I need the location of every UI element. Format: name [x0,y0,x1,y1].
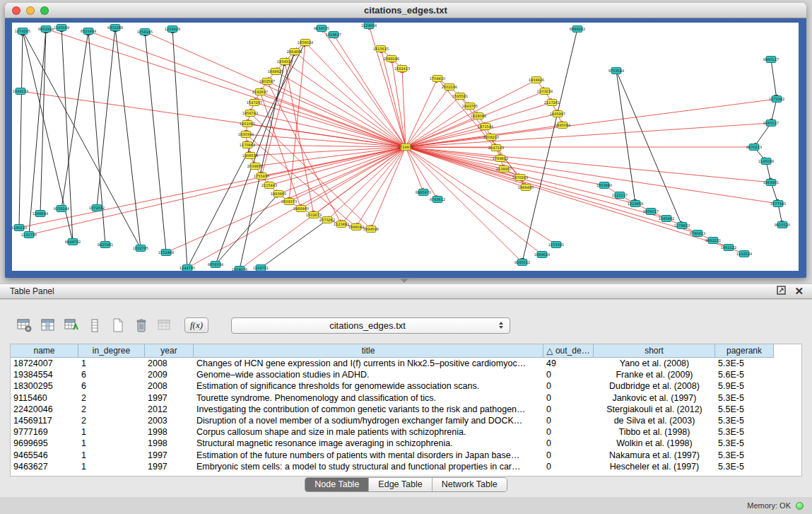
memory-status-indicator[interactable] [796,502,804,510]
graph-node[interactable]: 8898202 [570,26,585,33]
graph-node[interactable]: 1019637 [326,32,341,38]
graph-node[interactable]: 1894596 [363,226,379,233]
graph-edge[interactable] [771,59,777,99]
graph-node[interactable]: 8985970 [416,189,431,196]
column-header-title[interactable]: title [194,344,543,358]
graph-node[interactable]: 1032705 [133,245,148,252]
graph-edge[interactable] [250,147,406,156]
graph-node[interactable]: 1934926 [529,77,544,83]
graph-edge[interactable] [29,29,46,235]
graph-edge[interactable] [216,194,278,264]
table-select-dropdown[interactable]: citations_edges.txt [231,317,510,334]
graph-node[interactable]: 2073262 [319,217,335,223]
graph-node[interactable]: 1131736 [21,232,37,238]
new-column-button[interactable] [109,316,127,334]
close-panel-icon[interactable]: ✕ [794,286,804,296]
graph-edge[interactable] [616,71,635,204]
graph-edge[interactable] [406,127,486,147]
table-row[interactable]: 1872400712008Changes of HCN gene express… [11,358,801,369]
graph-node[interactable]: 1688425 [268,69,283,75]
graph-node[interactable]: 1971544 [478,124,493,130]
graph-node[interactable]: 1216429 [165,26,180,33]
graph-node[interactable]: 1704410 [430,76,445,82]
graph-edge[interactable] [406,147,504,169]
table-row[interactable]: 977716911998Corpus callosum shape and si… [11,426,801,438]
graph-node[interactable]: 2064801 [287,49,302,55]
graph-node[interactable]: 1085517 [763,120,779,127]
close-window-button[interactable] [12,6,20,15]
graph-edge[interactable] [406,96,460,147]
graph-edge[interactable] [278,147,406,194]
graph-node[interactable]: 1153391 [548,242,564,248]
tab-edge-table[interactable]: Edge Table [368,478,431,491]
graph-node[interactable]: 1830394 [238,132,254,138]
graph-node[interactable]: 1244795 [180,265,195,271]
graph-node[interactable]: 9425901 [98,242,113,248]
graph-node[interactable]: 1084629 [534,252,550,258]
delete-column-button[interactable] [132,316,151,334]
graph-edge[interactable] [406,147,771,182]
graph-node[interactable]: 1124804 [361,23,377,29]
graph-node[interactable]: 1179833 [674,223,690,229]
function-builder-button[interactable]: f(x) [184,317,208,333]
graph-edge[interactable] [115,28,141,248]
graph-edge[interactable] [371,147,406,229]
graph-node[interactable]: 1695997 [550,111,565,117]
graph-node[interactable]: 9245012 [514,259,530,266]
graph-node[interactable]: 1883905 [271,191,286,197]
column-header-in_degree[interactable]: in_degree [78,344,145,358]
splitter-handle[interactable] [400,279,408,283]
table-row[interactable]: 1938455462009Genome–wide association stu… [11,369,801,380]
graph-node[interactable]: 2138957 [496,166,512,173]
rows-button[interactable] [86,316,104,334]
graph-edge[interactable] [19,31,23,228]
graph-node[interactable]: 1143169 [54,25,69,31]
graph-node[interactable]: 1170962 [240,142,255,148]
graph-edge[interactable] [40,29,46,214]
graph-edge[interactable] [322,28,406,147]
graph-node[interactable]: 9815520 [775,222,790,228]
graph-edge[interactable] [97,28,115,208]
graph-edge[interactable] [460,96,526,187]
graph-node[interactable]: 9862924 [38,26,54,33]
graph-node[interactable]: 1263901 [763,180,779,186]
select-columns-button[interactable] [39,316,57,334]
table-row[interactable]: 946362711997Embryonic stem cells: a mode… [11,461,801,472]
graph-node[interactable]: 2115443 [261,182,277,189]
graph-edge[interactable] [88,31,406,147]
tab-network-table[interactable]: Network Table [432,478,507,491]
table-row[interactable]: 946554611997Estimation of the future num… [11,450,801,461]
table-row[interactable]: 969969511998Structural magnetic resonanc… [11,438,801,449]
graph-node[interactable]: 1856024 [298,40,313,46]
graph-node[interactable]: 1956743 [242,110,258,117]
graph-edge[interactable] [406,147,729,247]
column-header-out_degree[interactable]: △ out_de… [543,344,594,358]
edit-table-button[interactable] [62,316,81,334]
graph-node[interactable]: 2002106 [442,84,457,90]
graph-node[interactable]: 9158144 [54,206,69,212]
graph-node[interactable]: 9743612 [430,197,445,203]
graph-node[interactable]: 1190210 [12,225,27,231]
graph-node[interactable]: 1582413 [394,66,410,72]
graph-node[interactable]: 1074205 [15,28,30,35]
graph-node[interactable]: 1077345 [770,201,786,207]
column-header-short[interactable]: short [594,344,715,358]
column-header-pagerank[interactable]: pagerank [715,344,774,358]
graph-node[interactable]: 1152468 [158,250,174,256]
graph-node[interactable]: 2039805 [247,163,263,170]
minimize-window-button[interactable] [26,6,35,15]
graph-node[interactable]: 9753544 [608,68,624,74]
graph-edge[interactable] [771,99,777,123]
graph-node[interactable]: 2088196 [384,56,399,62]
graph-node[interactable]: 2047103 [488,145,504,151]
graph-node[interactable]: 1053980 [596,182,612,189]
graph-node[interactable]: 1044133 [13,88,28,95]
graph-node[interactable]: 9302268 [107,25,123,31]
graph-node[interactable]: 9470213 [746,144,762,151]
graph-edge[interactable] [145,32,406,147]
graph-edge[interactable] [61,31,88,209]
graph-edge[interactable] [267,81,341,224]
table-row[interactable]: 2242004622012Investigating the contribut… [11,404,801,415]
graph-edge[interactable] [285,62,314,215]
graph-node[interactable]: 1121117 [612,192,628,199]
